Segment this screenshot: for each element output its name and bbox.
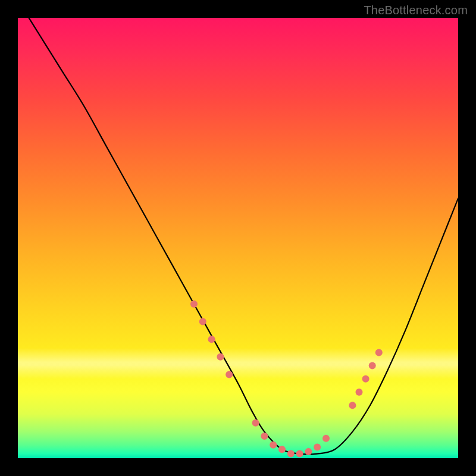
data-point <box>270 441 277 449</box>
data-point <box>287 450 295 458</box>
data-point <box>199 318 206 325</box>
data-point <box>217 353 224 361</box>
plot-area <box>18 18 458 458</box>
data-point <box>296 450 303 458</box>
data-point <box>369 362 376 369</box>
data-point <box>322 435 330 442</box>
data-point <box>362 375 369 383</box>
data-markers <box>190 300 383 458</box>
data-point <box>261 433 268 440</box>
watermark-text: TheBottleneck.com <box>364 4 468 17</box>
data-point <box>226 371 233 378</box>
data-point <box>375 349 383 356</box>
data-point <box>349 402 356 409</box>
data-point <box>278 446 286 453</box>
chart-frame: TheBottleneck.com <box>0 0 476 476</box>
data-point <box>314 444 321 451</box>
chart-svg <box>18 18 458 458</box>
data-point <box>208 336 215 343</box>
data-point <box>356 389 363 396</box>
bottleneck-curve <box>18 18 458 455</box>
data-point <box>190 300 198 308</box>
data-point <box>252 419 259 427</box>
data-point <box>305 448 312 455</box>
